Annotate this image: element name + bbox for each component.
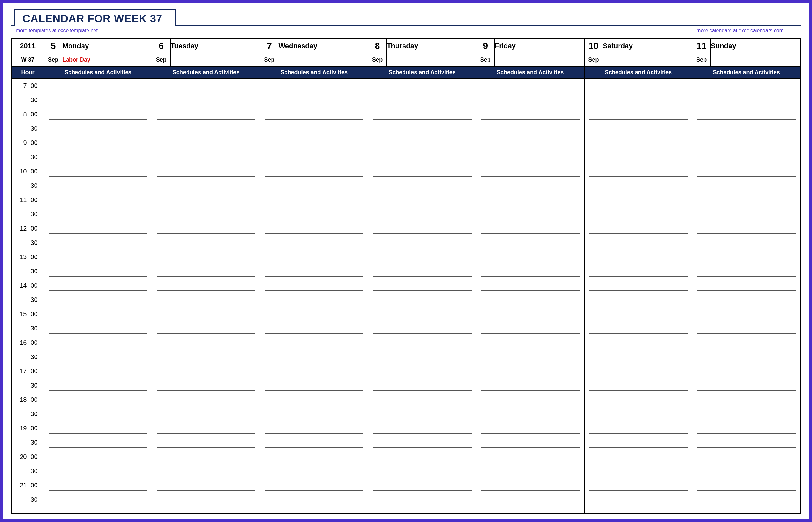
schedule-cell[interactable] [152,293,260,307]
schedule-cell[interactable] [260,464,368,478]
schedule-cell[interactable] [692,464,800,478]
schedule-cell[interactable] [584,207,692,221]
schedule-cell[interactable] [368,350,476,364]
schedule-cell[interactable] [584,236,692,250]
schedule-cell[interactable] [584,93,692,107]
schedule-cell[interactable] [476,179,584,193]
schedule-cell[interactable] [44,164,152,179]
schedule-cell[interactable] [692,207,800,221]
schedule-cell[interactable] [368,121,476,136]
schedule-cell[interactable] [260,364,368,378]
schedule-cell[interactable] [584,136,692,150]
schedule-cell[interactable] [692,436,800,450]
schedule-cell[interactable] [260,250,368,264]
schedule-cell[interactable] [260,407,368,421]
schedule-cell[interactable] [44,293,152,307]
schedule-cell[interactable] [260,321,368,336]
schedule-cell[interactable] [476,407,584,421]
schedule-cell[interactable] [152,179,260,193]
schedule-cell[interactable] [260,350,368,364]
schedule-cell[interactable] [692,364,800,378]
schedule-cell[interactable] [44,378,152,393]
schedule-cell[interactable] [476,350,584,364]
schedule-cell[interactable] [260,336,368,350]
schedule-cell[interactable] [584,464,692,478]
schedule-cell[interactable] [44,350,152,364]
schedule-cell[interactable] [44,307,152,321]
schedule-cell[interactable] [368,293,476,307]
schedule-cell[interactable] [476,278,584,293]
schedule-cell[interactable] [260,207,368,221]
schedule-cell[interactable] [260,378,368,393]
schedule-cell[interactable] [260,136,368,150]
schedule-cell[interactable] [44,236,152,250]
schedule-cell[interactable] [692,121,800,136]
schedule-cell[interactable] [44,493,152,507]
schedule-cell[interactable] [152,407,260,421]
schedule-cell[interactable] [152,278,260,293]
schedule-cell[interactable] [368,93,476,107]
schedule-cell[interactable] [152,307,260,321]
schedule-cell[interactable] [152,150,260,164]
schedule-cell[interactable] [260,278,368,293]
schedule-cell[interactable] [584,421,692,436]
schedule-cell[interactable] [368,407,476,421]
schedule-cell[interactable] [152,136,260,150]
schedule-cell[interactable] [152,478,260,493]
schedule-cell[interactable] [152,207,260,221]
schedule-cell[interactable] [584,278,692,293]
schedule-cell[interactable] [152,321,260,336]
schedule-cell[interactable] [368,421,476,436]
schedule-cell[interactable] [476,264,584,278]
schedule-cell[interactable] [368,450,476,464]
schedule-cell[interactable] [584,336,692,350]
schedule-cell[interactable] [44,179,152,193]
schedule-cell[interactable] [260,107,368,121]
schedule-cell[interactable] [476,250,584,264]
schedule-cell[interactable] [476,364,584,378]
schedule-cell[interactable] [584,321,692,336]
schedule-cell[interactable] [476,121,584,136]
schedule-cell[interactable] [152,378,260,393]
schedule-cell[interactable] [152,79,260,93]
schedule-cell[interactable] [692,378,800,393]
schedule-cell[interactable] [692,407,800,421]
schedule-cell[interactable] [476,79,584,93]
schedule-cell[interactable] [368,493,476,507]
schedule-cell[interactable] [692,150,800,164]
schedule-cell[interactable] [152,93,260,107]
schedule-cell[interactable] [152,421,260,436]
schedule-cell[interactable] [584,364,692,378]
schedule-cell[interactable] [44,150,152,164]
schedule-cell[interactable] [476,336,584,350]
schedule-cell[interactable] [44,436,152,450]
schedule-cell[interactable] [44,121,152,136]
schedule-cell[interactable] [44,136,152,150]
schedule-cell[interactable] [44,478,152,493]
schedule-cell[interactable] [584,307,692,321]
schedule-cell[interactable] [584,250,692,264]
schedule-cell[interactable] [260,421,368,436]
schedule-cell[interactable] [692,493,800,507]
schedule-cell[interactable] [368,478,476,493]
schedule-cell[interactable] [44,278,152,293]
schedule-cell[interactable] [476,493,584,507]
templates-link[interactable]: more templates at exceltemplate.net [16,28,105,34]
schedule-cell[interactable] [152,393,260,407]
schedule-cell[interactable] [584,150,692,164]
schedule-cell[interactable] [476,150,584,164]
schedule-cell[interactable] [584,164,692,179]
schedule-cell[interactable] [44,107,152,121]
schedule-cell[interactable] [476,378,584,393]
schedule-cell[interactable] [152,493,260,507]
schedule-cell[interactable] [692,136,800,150]
schedule-cell[interactable] [476,236,584,250]
schedule-cell[interactable] [584,436,692,450]
schedule-cell[interactable] [368,378,476,393]
schedule-cell[interactable] [44,421,152,436]
schedule-cell[interactable] [584,107,692,121]
schedule-cell[interactable] [476,221,584,236]
schedule-cell[interactable] [476,436,584,450]
schedule-cell[interactable] [692,278,800,293]
schedule-cell[interactable] [476,321,584,336]
